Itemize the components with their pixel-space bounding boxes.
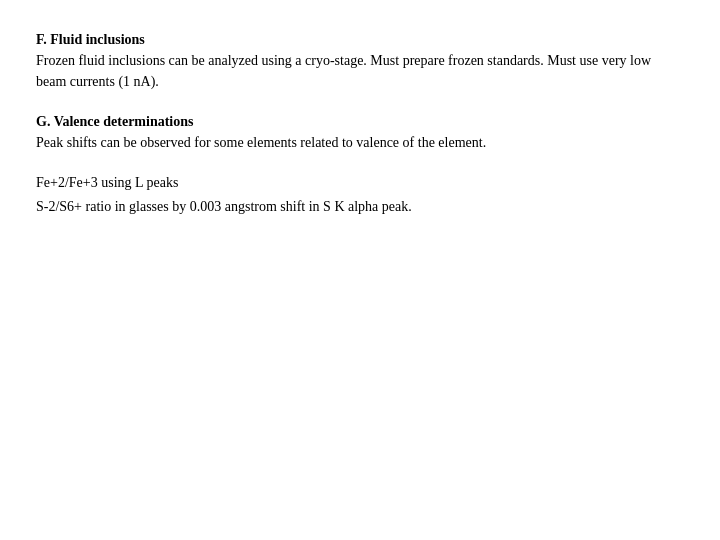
- extra-line-2: S-2/S6+ ratio in glasses by 0.003 angstr…: [36, 195, 684, 219]
- section-f-body: Frozen fluid inclusions can be analyzed …: [36, 50, 684, 92]
- section-g-title: G. Valence determinations: [36, 114, 684, 130]
- section-g-body: Peak shifts can be observed for some ele…: [36, 132, 684, 153]
- page-container: F. Fluid inclusions Frozen fluid inclusi…: [0, 0, 720, 540]
- section-f-title: F. Fluid inclusions: [36, 32, 684, 48]
- section-f: F. Fluid inclusions Frozen fluid inclusi…: [36, 32, 684, 92]
- extra-lines: Fe+2/Fe+3 using L peaks S-2/S6+ ratio in…: [36, 171, 684, 219]
- section-g: G. Valence determinations Peak shifts ca…: [36, 114, 684, 153]
- extra-line-1: Fe+2/Fe+3 using L peaks: [36, 171, 684, 195]
